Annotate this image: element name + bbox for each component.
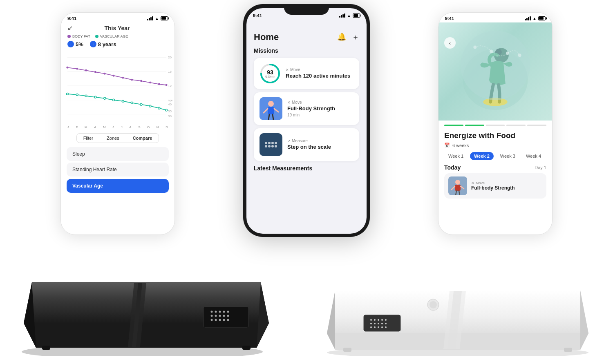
body-fat-circle: ↓ <box>67 41 74 47</box>
week-tab-1[interactable]: Week 1 <box>444 152 468 160</box>
svg-text:age: age <box>168 99 173 102</box>
white-scale <box>315 266 601 356</box>
right-wifi-icon: ▲ <box>532 16 537 21</box>
vascular-item[interactable]: Vascular Age <box>67 179 169 193</box>
svg-point-71 <box>215 319 217 321</box>
plus-icon[interactable]: ＋ <box>352 32 359 42</box>
scales-section <box>0 237 613 364</box>
sleep-item[interactable]: Sleep <box>67 147 169 161</box>
svg-point-17 <box>113 75 115 77</box>
mission-active-name: Reach 120 active minutes <box>286 73 353 80</box>
mission-scale[interactable]: ↗ Measure Step on the scale <box>254 128 359 161</box>
center-signal-icon <box>339 13 345 18</box>
progress-bar <box>444 125 546 126</box>
svg-point-90 <box>385 323 387 324</box>
week-tab-2[interactable]: Week 2 <box>470 152 494 160</box>
battery-icon <box>161 16 168 20</box>
svg-point-26 <box>85 95 87 97</box>
svg-point-34 <box>158 107 160 109</box>
svg-rect-99 <box>564 348 572 352</box>
vascular-number: 8 years <box>98 41 116 47</box>
svg-point-63 <box>215 311 217 313</box>
scale-dots <box>265 142 277 147</box>
svg-text:20: 20 <box>168 56 172 59</box>
chart-title: This Year <box>104 25 130 31</box>
move2-icon: ✕ <box>287 100 291 105</box>
week-tab-3[interactable]: Week 3 <box>496 152 519 160</box>
svg-point-33 <box>149 105 151 107</box>
svg-point-72 <box>219 319 221 321</box>
move-icon: ✕ <box>286 68 289 72</box>
chart-header: ↙ This Year <box>61 22 175 33</box>
right-status-icons: ▲ <box>525 16 546 21</box>
calendar-icon: 📅 <box>444 143 450 148</box>
mission-active-minutes[interactable]: 93 /120min ✕ Move Reach 120 active minut… <box>254 58 359 89</box>
svg-line-44 <box>273 114 273 120</box>
progress-seg-2 <box>465 125 484 126</box>
back-icon[interactable]: ↙ <box>67 24 73 32</box>
svg-point-81 <box>370 319 372 321</box>
svg-point-69 <box>223 315 225 317</box>
svg-point-65 <box>223 311 225 313</box>
missions-label: Missions <box>254 47 359 54</box>
mission-measure-type: ↗ Measure <box>287 138 353 143</box>
mission-type3-label: Measure <box>292 138 308 143</box>
svg-point-31 <box>131 102 133 104</box>
header-actions: 🔔 ＋ <box>337 32 359 42</box>
today-type-label: Move <box>476 181 485 185</box>
svg-point-91 <box>385 326 387 328</box>
legend-vascular: VASCULAR AGE <box>95 34 128 38</box>
scale-image <box>260 133 282 156</box>
mission-scale-info: ↗ Measure Step on the scale <box>287 138 353 151</box>
svg-point-14 <box>85 69 87 71</box>
back-button[interactable]: ‹ <box>444 37 456 49</box>
filter-tab[interactable]: Filter <box>76 133 100 143</box>
svg-text:16: 16 <box>168 70 172 74</box>
heart-rate-item[interactable]: Standing Heart Rate <box>67 163 169 176</box>
mission-value: 93 <box>265 69 275 75</box>
center-content: Home 🔔 ＋ Missions 93 /120min <box>246 20 367 172</box>
left-status-icons: ▲ <box>147 16 168 21</box>
svg-point-19 <box>131 79 133 81</box>
svg-text:12: 12 <box>168 84 172 88</box>
svg-point-95 <box>381 326 383 328</box>
mission-strength[interactable]: ✕ Move Full-Body Strength 19 min <box>254 92 359 125</box>
today-label: Today <box>444 164 461 171</box>
strength-image <box>260 97 282 120</box>
body-fat-dot <box>67 35 71 38</box>
wifi-icon: ▲ <box>155 16 159 21</box>
mission-unit: /120min <box>265 75 275 78</box>
svg-point-86 <box>374 323 376 324</box>
body-fat-label: BODY FAT <box>72 34 90 38</box>
svg-point-74 <box>227 311 229 313</box>
svg-point-24 <box>66 93 68 95</box>
today-card[interactable]: ✕ Move Full-body Strength <box>444 173 546 199</box>
svg-point-89 <box>385 319 387 321</box>
chart-values: ↓ 5% ↓ 8 years <box>61 40 175 49</box>
svg-point-94 <box>378 326 379 328</box>
mission-strength-info: ✕ Move Full-Body Strength 19 min <box>287 100 353 117</box>
chart-tabs: Filter Zones Compare <box>61 130 175 145</box>
svg-rect-55 <box>455 185 461 191</box>
hero-bg-circle <box>461 31 530 100</box>
move-cross-icon: ✕ <box>471 181 474 185</box>
week-tab-4[interactable]: Week 4 <box>522 152 545 160</box>
day-label: Day 1 <box>535 165 546 170</box>
progress-seg-1 <box>444 125 463 126</box>
compare-tab[interactable]: Compare <box>126 133 159 143</box>
zones-tab[interactable]: Zones <box>100 133 126 143</box>
vascular-circle: ↓ <box>90 41 96 47</box>
svg-point-12 <box>66 67 68 69</box>
svg-point-92 <box>370 326 372 328</box>
svg-point-22 <box>158 83 160 85</box>
svg-rect-98 <box>343 348 351 352</box>
svg-point-16 <box>104 73 106 75</box>
svg-point-25 <box>76 94 78 96</box>
svg-point-15 <box>94 71 96 73</box>
body-fat-number: 5% <box>76 41 83 47</box>
svg-point-76 <box>227 319 229 321</box>
svg-point-82 <box>374 319 376 321</box>
signal-icon <box>147 16 153 20</box>
phone-right: 9:41 ▲ ‹ <box>438 12 553 235</box>
bell-icon[interactable]: 🔔 <box>337 32 346 42</box>
